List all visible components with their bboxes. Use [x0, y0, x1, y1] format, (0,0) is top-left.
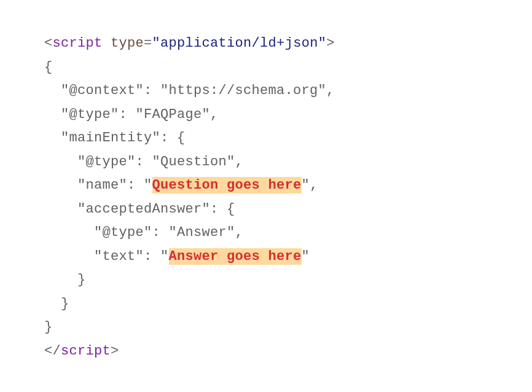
json-key-acceptedanswer: "acceptedAnswer" [77, 202, 210, 217]
angle-bracket-close-2: > [111, 343, 119, 359]
placeholder-answer: Answer goes here [169, 248, 302, 265]
attribute-name-type: type [111, 36, 144, 51]
json-key-text: "text" [94, 249, 144, 264]
line-1: <script type="application/ld+json"> [44, 36, 335, 51]
line-12: } [44, 296, 69, 312]
line-2: { [44, 60, 53, 75]
json-key-mainentity: "mainEntity" [61, 130, 160, 146]
line-13: } [44, 319, 53, 335]
equals-sign: = [144, 36, 152, 51]
line-14: </script> [44, 343, 119, 359]
angle-bracket-close: > [326, 36, 335, 51]
json-value-schema-url: "https://schema.org" [160, 83, 326, 98]
json-value-question: "Question" [152, 154, 235, 170]
json-key-type-question: "@type" [77, 154, 136, 170]
attribute-value: "application/ld+json" [152, 36, 327, 51]
json-key-context: "@context" [61, 83, 144, 98]
line-3: "@context": "https://schema.org", [44, 83, 335, 98]
tag-name-script: script [53, 36, 103, 51]
line-6: "@type": "Question", [44, 154, 243, 170]
placeholder-question: Question goes here [152, 177, 302, 194]
angle-bracket-open-close: </ [44, 343, 61, 359]
json-key-type-answer: "@type" [94, 225, 152, 240]
line-10: "text": "Answer goes here" [44, 248, 310, 265]
tag-name-script-close: script [61, 343, 111, 359]
line-7: "name": "Question goes here", [44, 177, 318, 194]
angle-bracket-open: < [44, 36, 53, 51]
line-5: "mainEntity": { [44, 130, 186, 146]
line-4: "@type": "FAQPage", [44, 107, 219, 122]
line-8: "acceptedAnswer": { [44, 202, 235, 217]
code-snippet: <script type="application/ld+json"> { "@… [44, 32, 488, 363]
line-9: "@type": "Answer", [44, 225, 243, 240]
json-key-type: "@type" [61, 107, 119, 122]
line-11: } [44, 272, 86, 288]
json-value-faqpage: "FAQPage" [136, 107, 211, 122]
json-value-answer: "Answer" [169, 225, 235, 240]
json-key-name: "name" [77, 178, 127, 193]
